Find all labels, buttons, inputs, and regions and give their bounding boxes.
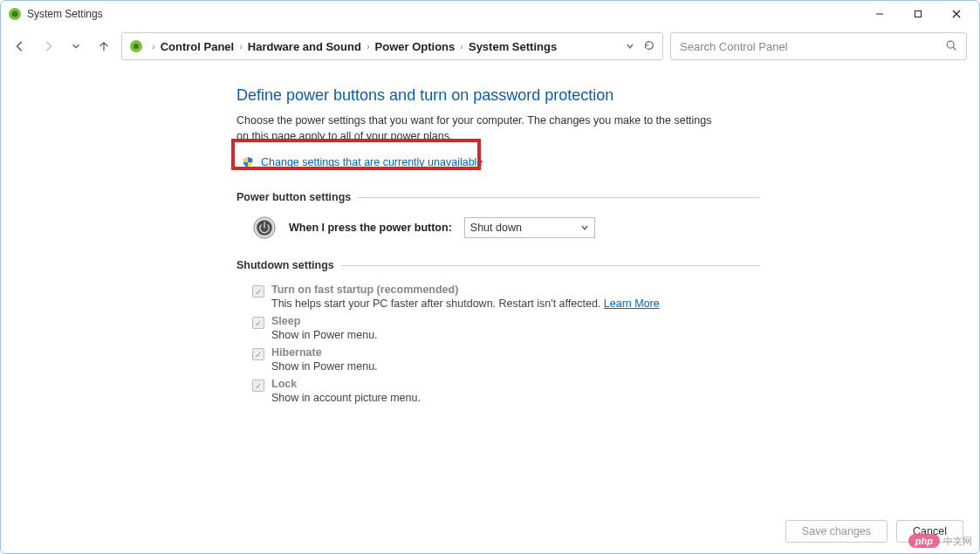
power-button-row: When I press the power button: Shut down xyxy=(252,215,760,240)
lock-label: Lock xyxy=(271,378,297,390)
shutdown-group-title: Shutdown settings xyxy=(236,259,760,271)
fast-startup-sub: This helps start your PC faster after sh… xyxy=(271,298,760,310)
hibernate-row: ✓ Hibernate xyxy=(252,346,760,360)
divider xyxy=(341,265,760,266)
fast-startup-subtext: This helps start your PC faster after sh… xyxy=(271,298,604,310)
breadcrumb-control-panel[interactable]: Control Panel xyxy=(159,40,236,53)
hibernate-checkbox: ✓ xyxy=(252,348,264,360)
power-button-action-select[interactable]: Shut down xyxy=(464,217,595,238)
page-description: Choose the power settings that you want … xyxy=(236,113,725,144)
svg-rect-3 xyxy=(915,11,922,17)
close-button[interactable] xyxy=(937,2,976,26)
minimize-button[interactable] xyxy=(860,2,899,26)
svg-line-9 xyxy=(953,47,956,50)
watermark-text: 中文网 xyxy=(943,535,972,548)
svg-point-8 xyxy=(947,41,954,48)
search-input[interactable] xyxy=(680,40,945,53)
change-settings-row: Change settings that are currently unava… xyxy=(236,153,760,172)
chevron-right-icon: › xyxy=(456,41,467,51)
power-icon xyxy=(252,215,277,240)
breadcrumb-power-options[interactable]: Power Options xyxy=(373,40,457,53)
address-dropdown-icon[interactable] xyxy=(626,40,634,53)
recent-dropdown[interactable] xyxy=(65,36,86,57)
learn-more-link[interactable]: Learn More xyxy=(604,298,660,310)
svg-point-1 xyxy=(12,11,18,17)
fast-startup-row: ✓ Turn on fast startup (recommended) xyxy=(252,284,760,298)
divider xyxy=(358,197,760,198)
search-icon[interactable] xyxy=(945,39,957,54)
svg-point-7 xyxy=(134,44,139,49)
footer: Save changes Cancel xyxy=(1,510,979,553)
window-title: System Settings xyxy=(27,8,103,20)
sleep-row: ✓ Sleep xyxy=(252,315,760,329)
chevron-right-icon: › xyxy=(148,41,159,51)
hibernate-sub: Show in Power menu. xyxy=(271,360,760,373)
shutdown-group-label: Shutdown settings xyxy=(236,259,334,271)
titlebar: System Settings xyxy=(1,1,979,27)
app-icon xyxy=(8,7,22,21)
chevron-right-icon: › xyxy=(363,41,373,51)
power-button-label: When I press the power button: xyxy=(289,222,452,234)
save-changes-button[interactable]: Save changes xyxy=(785,520,887,543)
sleep-checkbox: ✓ xyxy=(252,317,264,329)
breadcrumb-system-settings[interactable]: System Settings xyxy=(467,40,559,53)
nav-toolbar: › Control Panel › Hardware and Sound › P… xyxy=(1,27,979,65)
up-button[interactable] xyxy=(93,36,114,57)
maximize-button[interactable] xyxy=(899,2,937,26)
forward-button[interactable] xyxy=(38,36,58,57)
uac-shield-icon xyxy=(242,156,254,168)
address-bar[interactable]: › Control Panel › Hardware and Sound › P… xyxy=(121,32,663,60)
control-panel-icon xyxy=(129,39,143,53)
sleep-sub: Show in Power menu. xyxy=(271,329,760,341)
watermark-pill: php xyxy=(908,534,940,548)
lock-row: ✓ Lock xyxy=(252,378,760,392)
page-heading: Define power buttons and turn on passwor… xyxy=(236,86,760,105)
change-settings-link[interactable]: Change settings that are currently unava… xyxy=(261,156,483,168)
hibernate-label: Hibernate xyxy=(271,346,322,359)
sleep-label: Sleep xyxy=(271,315,300,327)
power-button-action-value: Shut down xyxy=(470,222,522,234)
refresh-icon[interactable] xyxy=(643,39,655,54)
content-area: Define power buttons and turn on passwor… xyxy=(1,71,979,510)
back-button[interactable] xyxy=(10,36,31,57)
lock-sub: Show in account picture menu. xyxy=(271,392,760,404)
chevron-down-icon xyxy=(580,223,589,232)
chevron-right-icon: › xyxy=(236,41,246,51)
watermark: php 中文网 xyxy=(908,534,972,548)
power-button-group-title: Power button settings xyxy=(236,191,760,203)
fast-startup-label: Turn on fast startup (recommended) xyxy=(271,284,458,296)
power-button-group-label: Power button settings xyxy=(236,191,351,203)
search-box[interactable] xyxy=(670,32,967,60)
fast-startup-checkbox: ✓ xyxy=(252,285,264,298)
lock-checkbox: ✓ xyxy=(252,380,264,392)
breadcrumb-hardware-sound[interactable]: Hardware and Sound xyxy=(246,40,363,53)
